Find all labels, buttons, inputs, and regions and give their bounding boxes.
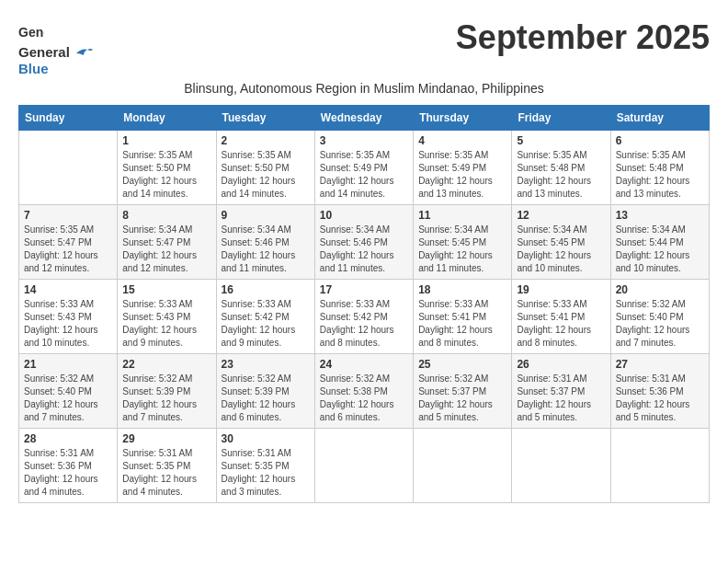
day-info: Sunrise: 5:34 AMSunset: 5:46 PMDaylight:… [222,224,310,275]
calendar-cell [610,429,709,503]
week-row-3: 14Sunrise: 5:33 AMSunset: 5:43 PMDayligh… [19,280,710,354]
calendar-cell: 15Sunrise: 5:33 AMSunset: 5:43 PMDayligh… [118,280,216,354]
day-info: Sunrise: 5:35 AMSunset: 5:50 PMDaylight:… [222,149,310,201]
calendar-cell [414,429,512,503]
calendar-cell: 11Sunrise: 5:34 AMSunset: 5:45 PMDayligh… [414,205,512,280]
calendar-cell: 18Sunrise: 5:33 AMSunset: 5:41 PMDayligh… [414,280,512,354]
calendar-cell: 13Sunrise: 5:34 AMSunset: 5:44 PMDayligh… [610,205,709,280]
day-number: 30 [222,432,310,445]
day-info: Sunrise: 5:33 AMSunset: 5:41 PMDaylight:… [418,298,506,350]
logo-icon: General [18,18,44,44]
week-row-4: 21Sunrise: 5:32 AMSunset: 5:40 PMDayligh… [19,354,710,429]
calendar-subtitle: Blinsung, Autonomous Region in Muslim Mi… [18,81,710,96]
day-info: Sunrise: 5:32 AMSunset: 5:40 PMDaylight:… [24,373,112,424]
day-number: 6 [616,134,704,147]
day-info: Sunrise: 5:35 AMSunset: 5:48 PMDaylight:… [616,149,704,201]
calendar-table: SundayMondayTuesdayWednesdayThursdayFrid… [18,105,710,503]
calendar-cell: 25Sunrise: 5:32 AMSunset: 5:37 PMDayligh… [414,354,512,429]
logo-area: General General Blue [18,18,93,77]
calendar-cell: 9Sunrise: 5:34 AMSunset: 5:46 PMDaylight… [216,205,314,280]
day-number: 26 [517,358,605,371]
day-number: 14 [24,283,112,296]
day-number: 29 [122,432,210,445]
calendar-cell: 1Sunrise: 5:35 AMSunset: 5:50 PMDaylight… [118,131,216,205]
day-info: Sunrise: 5:35 AMSunset: 5:49 PMDaylight:… [320,149,408,201]
day-info: Sunrise: 5:33 AMSunset: 5:42 PMDaylight:… [320,298,408,350]
day-info: Sunrise: 5:35 AMSunset: 5:47 PMDaylight:… [24,224,112,275]
calendar-cell: 29Sunrise: 5:31 AMSunset: 5:35 PMDayligh… [118,429,216,503]
day-info: Sunrise: 5:33 AMSunset: 5:42 PMDaylight:… [222,298,310,350]
day-number: 3 [320,134,408,147]
day-info: Sunrise: 5:34 AMSunset: 5:47 PMDaylight:… [122,224,210,275]
week-row-5: 28Sunrise: 5:31 AMSunset: 5:36 PMDayligh… [19,429,710,503]
day-info: Sunrise: 5:31 AMSunset: 5:37 PMDaylight:… [517,373,605,424]
day-number: 27 [616,358,704,371]
day-info: Sunrise: 5:32 AMSunset: 5:40 PMDaylight:… [616,298,704,350]
calendar-cell: 21Sunrise: 5:32 AMSunset: 5:40 PMDayligh… [19,354,118,429]
calendar-cell: 23Sunrise: 5:32 AMSunset: 5:39 PMDayligh… [216,354,314,429]
header-day-friday: Friday [512,106,610,131]
calendar-cell: 10Sunrise: 5:34 AMSunset: 5:46 PMDayligh… [314,205,413,280]
svg-text:General: General [18,25,44,40]
header-day-thursday: Thursday [414,106,512,131]
calendar-cell: 19Sunrise: 5:33 AMSunset: 5:41 PMDayligh… [512,280,610,354]
day-info: Sunrise: 5:32 AMSunset: 5:38 PMDaylight:… [320,373,408,424]
day-info: Sunrise: 5:32 AMSunset: 5:39 PMDaylight:… [222,373,310,424]
calendar-body: 1Sunrise: 5:35 AMSunset: 5:50 PMDaylight… [19,131,710,503]
day-number: 20 [616,283,704,296]
calendar-cell [314,429,413,503]
day-number: 23 [222,358,310,371]
calendar-cell: 20Sunrise: 5:32 AMSunset: 5:40 PMDayligh… [610,280,709,354]
day-info: Sunrise: 5:34 AMSunset: 5:45 PMDaylight:… [517,224,605,275]
week-row-2: 7Sunrise: 5:35 AMSunset: 5:47 PMDaylight… [19,205,710,280]
calendar-cell: 4Sunrise: 5:35 AMSunset: 5:49 PMDaylight… [414,131,512,205]
day-info: Sunrise: 5:32 AMSunset: 5:37 PMDaylight:… [418,373,506,424]
calendar-cell: 30Sunrise: 5:31 AMSunset: 5:35 PMDayligh… [216,429,314,503]
logo-text: General Blue [18,44,93,77]
day-number: 2 [222,134,310,147]
calendar-header: SundayMondayTuesdayWednesdayThursdayFrid… [19,106,710,131]
calendar-cell: 27Sunrise: 5:31 AMSunset: 5:36 PMDayligh… [610,354,709,429]
header-day-sunday: Sunday [19,106,118,131]
day-number: 15 [122,283,210,296]
day-number: 28 [24,432,112,445]
calendar-cell: 24Sunrise: 5:32 AMSunset: 5:38 PMDayligh… [314,354,413,429]
day-number: 5 [517,134,605,147]
calendar-cell [512,429,610,503]
day-number: 11 [418,209,506,222]
logo-blue: Blue [18,61,49,76]
calendar-cell: 8Sunrise: 5:34 AMSunset: 5:47 PMDaylight… [118,205,216,280]
day-info: Sunrise: 5:35 AMSunset: 5:48 PMDaylight:… [517,149,605,201]
header-day-saturday: Saturday [610,106,709,131]
day-number: 21 [24,358,112,371]
day-number: 1 [122,134,210,147]
day-info: Sunrise: 5:33 AMSunset: 5:43 PMDaylight:… [122,298,210,350]
header-day-tuesday: Tuesday [216,106,314,131]
calendar-cell [19,131,118,205]
calendar-cell: 2Sunrise: 5:35 AMSunset: 5:50 PMDaylight… [216,131,314,205]
day-info: Sunrise: 5:31 AMSunset: 5:35 PMDaylight:… [222,447,310,499]
day-number: 7 [24,209,112,222]
calendar-cell: 7Sunrise: 5:35 AMSunset: 5:47 PMDaylight… [19,205,118,280]
day-info: Sunrise: 5:32 AMSunset: 5:39 PMDaylight:… [122,373,210,424]
header-row: SundayMondayTuesdayWednesdayThursdayFrid… [19,106,710,131]
calendar-cell: 17Sunrise: 5:33 AMSunset: 5:42 PMDayligh… [314,280,413,354]
day-number: 16 [222,283,310,296]
day-number: 19 [517,283,605,296]
day-number: 18 [418,283,506,296]
month-title: September 2025 [93,18,710,57]
calendar-cell: 26Sunrise: 5:31 AMSunset: 5:37 PMDayligh… [512,354,610,429]
calendar-cell: 28Sunrise: 5:31 AMSunset: 5:36 PMDayligh… [19,429,118,503]
calendar-cell: 6Sunrise: 5:35 AMSunset: 5:48 PMDaylight… [610,131,709,205]
logo-general: General [18,44,70,60]
week-row-1: 1Sunrise: 5:35 AMSunset: 5:50 PMDaylight… [19,131,710,205]
day-info: Sunrise: 5:34 AMSunset: 5:44 PMDaylight:… [616,224,704,275]
day-info: Sunrise: 5:31 AMSunset: 5:36 PMDaylight:… [24,447,112,499]
calendar-cell: 5Sunrise: 5:35 AMSunset: 5:48 PMDaylight… [512,131,610,205]
calendar-cell: 3Sunrise: 5:35 AMSunset: 5:49 PMDaylight… [314,131,413,205]
logo: General [18,18,44,44]
day-number: 10 [320,209,408,222]
day-info: Sunrise: 5:33 AMSunset: 5:41 PMDaylight:… [517,298,605,350]
day-number: 12 [517,209,605,222]
calendar-cell: 14Sunrise: 5:33 AMSunset: 5:43 PMDayligh… [19,280,118,354]
